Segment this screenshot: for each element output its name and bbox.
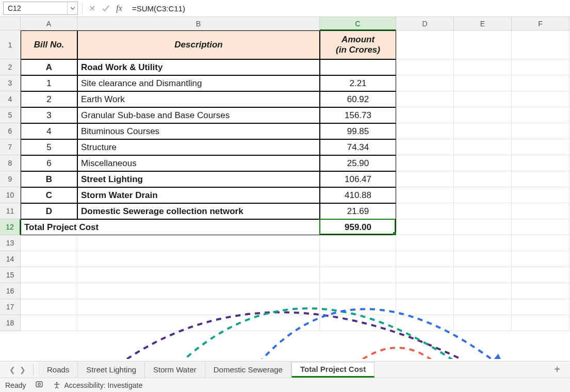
cell-E14[interactable] [454,251,512,267]
column-header-F[interactable]: F [512,17,569,30]
column-header-D[interactable]: D [396,17,454,30]
cancel-icon[interactable] [87,3,98,14]
column-header-A[interactable]: A [21,17,77,30]
cell-C11[interactable]: 21.69 [320,203,396,219]
cell-D9[interactable] [396,171,454,187]
cell-A4[interactable]: 2 [21,91,77,107]
prev-sheet-icon[interactable]: ❮ [9,366,15,374]
cell-C15[interactable] [320,267,396,283]
cell-C6[interactable]: 99.85 [320,123,396,139]
cell-B7[interactable]: Structure [77,139,320,155]
sheet-tab-total-project-cost[interactable]: Total Project Cost [291,362,374,378]
cell-C18[interactable] [320,315,396,331]
cell-B10[interactable]: Storm Water Drain [77,187,320,203]
cell-D12[interactable] [396,219,454,235]
cell-A5[interactable]: 3 [21,107,77,123]
cell-C5[interactable]: 156.73 [320,107,396,123]
tab-nav-arrows[interactable]: ❮ ❯ [5,366,33,374]
select-all-corner[interactable] [0,17,21,30]
row-header-16[interactable]: 16 [0,283,21,299]
row-header-8[interactable]: 8 [0,155,21,171]
cell-E4[interactable] [454,91,512,107]
accessibility-button[interactable]: Accessibility: Investigate [53,381,142,389]
cell-F6[interactable] [512,123,569,139]
cell-E12[interactable] [454,219,512,235]
row-header-9[interactable]: 9 [0,171,21,187]
cell-C9[interactable]: 106.47 [320,171,396,187]
cell-D13[interactable] [396,235,454,251]
row-header-15[interactable]: 15 [0,267,21,283]
row-header-5[interactable]: 5 [0,107,21,123]
sheet-tab-roads[interactable]: Roads [39,362,78,378]
cell-D10[interactable] [396,187,454,203]
cell-B4[interactable]: Earth Work [77,91,320,107]
cell-B16[interactable] [77,283,320,299]
cell-C7[interactable]: 74.34 [320,139,396,155]
cell-B13[interactable] [77,235,320,251]
cell-F15[interactable] [512,267,569,283]
sheet-tab-domestic-sewerage[interactable]: Domestic Sewerage [205,362,291,378]
cell-E8[interactable] [454,155,512,171]
row-header-17[interactable]: 17 [0,299,21,315]
cell-A15[interactable] [21,267,77,283]
column-header-B[interactable]: B [77,17,320,30]
cell-F3[interactable] [512,75,569,91]
cell-F11[interactable] [512,203,569,219]
cell-B1[interactable]: Description [77,30,320,59]
cell-F5[interactable] [512,107,569,123]
cell-C3[interactable]: 2.21 [320,75,396,91]
cell-F17[interactable] [512,299,569,315]
cell-F13[interactable] [512,235,569,251]
cell-C17[interactable] [320,299,396,315]
cell-C2[interactable] [320,59,396,75]
cell-F8[interactable] [512,155,569,171]
cell-E18[interactable] [454,315,512,331]
next-sheet-icon[interactable]: ❯ [20,366,26,374]
fx-icon[interactable]: fx [113,3,125,14]
cell-F14[interactable] [512,251,569,267]
cell-B14[interactable] [77,251,320,267]
cell-F9[interactable] [512,171,569,187]
cell-A3[interactable]: 1 [21,75,77,91]
row-header-6[interactable]: 6 [0,123,21,139]
cell-C8[interactable]: 25.90 [320,155,396,171]
cell-D15[interactable] [396,267,454,283]
cell-A14[interactable] [21,251,77,267]
add-sheet-button[interactable]: + [549,364,565,375]
cell-E1[interactable] [454,30,512,59]
sheet-tab-street-lighting[interactable]: Street Lighting [78,362,145,378]
name-box[interactable]: C12 [3,2,78,15]
cell-E9[interactable] [454,171,512,187]
cell-A1[interactable]: Bill No. [21,30,77,59]
cell-C4[interactable]: 60.92 [320,91,396,107]
record-macro-icon[interactable] [35,380,43,390]
cell-F4[interactable] [512,91,569,107]
cell-B9[interactable]: Street Lighting [77,171,320,187]
cell-B2[interactable]: Road Work & Utility [77,59,320,75]
cell-A7[interactable]: 5 [21,139,77,155]
cell-B8[interactable]: Miscellaneous [77,155,320,171]
row-header-12[interactable]: 12 [0,219,21,235]
cell-E15[interactable] [454,267,512,283]
cell-C13[interactable] [320,235,396,251]
cell-B15[interactable] [77,267,320,283]
row-header-4[interactable]: 4 [0,91,21,107]
cell-C12[interactable]: 959.00 [320,219,396,235]
cell-E5[interactable] [454,107,512,123]
cell-C14[interactable] [320,251,396,267]
column-header-E[interactable]: E [454,17,512,30]
cell-F16[interactable] [512,283,569,299]
cell-A16[interactable] [21,283,77,299]
cell-D3[interactable] [396,75,454,91]
cell-B17[interactable] [77,299,320,315]
cell-B3[interactable]: Site clearance and Dismantling [77,75,320,91]
cell-F18[interactable] [512,315,569,331]
spreadsheet-grid[interactable]: ABCDEF 123456789101112131415161718 Bill … [0,17,570,359]
cell-E7[interactable] [454,139,512,155]
row-header-7[interactable]: 7 [0,139,21,155]
cell-B11[interactable]: Domestic Sewerage collection network [77,203,320,219]
cell-E6[interactable] [454,123,512,139]
cell-C10[interactable]: 410.88 [320,187,396,203]
cell-C1[interactable]: Amount(in Crores) [320,30,396,59]
row-header-10[interactable]: 10 [0,187,21,203]
